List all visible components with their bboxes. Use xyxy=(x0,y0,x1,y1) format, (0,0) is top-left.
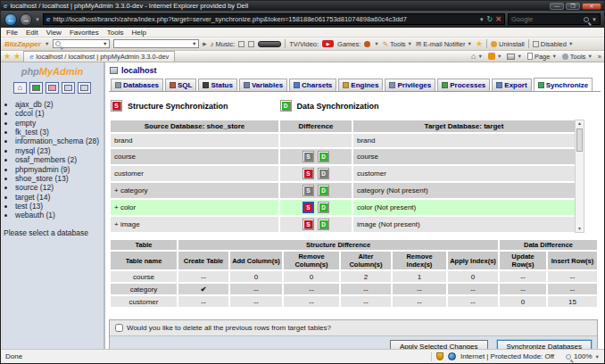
history-dropdown-icon[interactable]: ▼ xyxy=(35,17,40,22)
php-doc-icon[interactable] xyxy=(62,82,75,94)
toolbar-search-combo[interactable]: ▼ xyxy=(53,39,110,48)
tab-synchronize[interactable]: Synchronize xyxy=(534,78,593,91)
sync-s-button[interactable]: S xyxy=(302,219,314,230)
scroll-thumb[interactable] xyxy=(576,128,583,152)
play-icon[interactable]: ▶ xyxy=(203,41,206,46)
youtube-icon[interactable]: ▶ xyxy=(322,40,334,47)
database-item[interactable]: fk_test (3) xyxy=(15,128,101,136)
tab-sql[interactable]: SQL xyxy=(165,79,196,91)
delete-rows-checkbox[interactable] xyxy=(115,324,123,332)
menu-favorites[interactable]: Favorites xyxy=(70,29,99,37)
games-dropdown-icon[interactable]: ▼ xyxy=(374,41,378,46)
game-icon[interactable] xyxy=(364,41,370,47)
sync-d-button[interactable]: D xyxy=(318,202,329,213)
prev-track-icon[interactable] xyxy=(238,41,244,47)
database-item[interactable]: mysql (23) xyxy=(15,146,101,155)
brand-dropdown-icon[interactable]: ▼ xyxy=(45,41,49,46)
tab-variables[interactable]: Variables xyxy=(239,79,287,91)
diff-value: 0 xyxy=(284,271,339,282)
search-dropdown-icon[interactable]: ▼ xyxy=(592,17,597,22)
close-button[interactable]: ✕ xyxy=(582,3,601,10)
disabled-button[interactable]: Disabled▼ xyxy=(533,40,574,48)
sync-s-button[interactable]: S xyxy=(302,168,314,179)
commandbar-tools-button[interactable]: Tools▼ xyxy=(562,53,593,61)
tab-privileges[interactable]: Privileges xyxy=(385,79,435,91)
toolbar-tools-button[interactable]: ✎Tools▼ xyxy=(383,40,412,48)
database-item[interactable]: information_schema (28) xyxy=(15,136,101,145)
menu-view[interactable]: View xyxy=(46,29,62,37)
query-window-icon[interactable] xyxy=(29,82,43,94)
add-favorite-icon[interactable]: ★ xyxy=(13,53,21,61)
page-menu-button[interactable]: Page▼ xyxy=(527,53,557,61)
compare-table: Source Database: shoe_store Difference T… xyxy=(109,119,576,234)
tab-status[interactable]: Status xyxy=(198,79,236,91)
difference-cell: SD xyxy=(280,183,352,198)
browser-tab[interactable]: e localhost / localhost | phpMyAdmin 3.3… xyxy=(23,51,175,62)
zoom-dropdown-icon[interactable]: ▼ xyxy=(595,354,600,360)
database-item[interactable]: test (13) xyxy=(15,202,101,211)
refresh-icon[interactable]: ↻ xyxy=(487,16,493,23)
phpmyadmin-logo[interactable]: phpMyAdmin xyxy=(4,66,101,77)
minimize-button[interactable]: — xyxy=(550,3,564,10)
sync-s-button[interactable]: S xyxy=(302,185,314,196)
uninstall-button[interactable]: Uninstall xyxy=(491,40,525,48)
toolbar-star-icon[interactable]: ★ xyxy=(476,40,483,48)
tab-label: Charsets xyxy=(302,81,332,89)
chevron-icon[interactable]: » xyxy=(598,53,601,61)
compare-scrollbar[interactable]: ▲ ▼ xyxy=(575,120,584,233)
scroll-down-icon[interactable]: ▼ xyxy=(577,226,582,232)
sync-d-button[interactable]: D xyxy=(318,185,329,196)
sync-s-button[interactable]: S xyxy=(302,202,314,213)
address-dropdown-icon[interactable]: ▼ xyxy=(479,17,485,22)
volume-slider[interactable] xyxy=(258,41,281,47)
home-button[interactable]: ⌂▼ xyxy=(471,53,483,61)
database-item[interactable]: empty xyxy=(15,119,101,128)
search-icon[interactable] xyxy=(584,17,589,22)
database-item[interactable]: target (14) xyxy=(15,193,101,202)
menu-file[interactable]: File xyxy=(6,29,18,37)
home-icon[interactable]: ⌂ xyxy=(13,82,27,94)
forward-button[interactable]: → xyxy=(20,13,32,26)
database-item[interactable]: shoe_store (13) xyxy=(15,174,101,183)
sync-d-button[interactable]: D xyxy=(318,151,329,162)
database-item[interactable]: ajax_db (2) xyxy=(15,100,101,109)
database-item[interactable]: cdcol (1) xyxy=(15,109,101,118)
menu-tools[interactable]: Tools xyxy=(107,29,124,37)
scroll-up-icon[interactable]: ▲ xyxy=(577,120,582,127)
tab-processes[interactable]: Processes xyxy=(437,79,490,91)
database-item[interactable]: osaf_members (2) xyxy=(15,155,101,164)
back-button[interactable]: ← xyxy=(4,13,17,26)
synchronize-databases-button[interactable]: Synchronize Databases xyxy=(497,340,593,349)
next-track-icon[interactable] xyxy=(248,41,254,47)
menu-help[interactable]: Help xyxy=(131,29,145,37)
apply-selected-changes-button[interactable]: Apply Selected Changes xyxy=(390,340,488,349)
email-notifier-button[interactable]: ✉E-mail Notifier▼ xyxy=(416,40,472,48)
combo-search-icon xyxy=(55,41,61,46)
stop-icon[interactable]: ✕ xyxy=(495,16,501,23)
feeds-button[interactable]: ▼ xyxy=(488,53,501,60)
tab-databases[interactable]: Databases xyxy=(111,79,163,91)
database-item[interactable]: source (12) xyxy=(15,183,101,192)
database-item[interactable]: webauth (1) xyxy=(15,211,101,219)
tab-engines[interactable]: Engines xyxy=(338,79,383,91)
sync-d-button[interactable]: D xyxy=(318,168,329,179)
page-favicon-icon: e xyxy=(46,15,50,23)
sync-d-button[interactable]: D xyxy=(318,219,329,230)
search-input[interactable] xyxy=(511,15,581,23)
zoom-control[interactable]: 100% ▼ xyxy=(566,352,600,360)
toolbar-select-combo[interactable]: ▼ xyxy=(113,39,199,48)
tab-charsets[interactable]: Charsets xyxy=(289,79,336,91)
sync-s-button[interactable]: S xyxy=(302,151,314,162)
menu-edit[interactable]: Edit xyxy=(26,29,38,37)
maximize-button[interactable]: ❐ xyxy=(566,3,580,10)
docs-icon[interactable] xyxy=(46,82,59,94)
favorites-icon[interactable]: ★ xyxy=(4,53,11,61)
print-button[interactable]: ▼ xyxy=(507,54,521,60)
mysql-doc-icon[interactable] xyxy=(78,82,91,94)
target-table-name: course xyxy=(353,149,575,164)
tab-export[interactable]: Export xyxy=(492,79,531,91)
address-input[interactable] xyxy=(53,15,476,23)
source-table-name: + color xyxy=(111,200,278,215)
database-item[interactable]: phpmyadmin (9) xyxy=(15,165,101,174)
server-name[interactable]: localhost xyxy=(121,66,157,75)
